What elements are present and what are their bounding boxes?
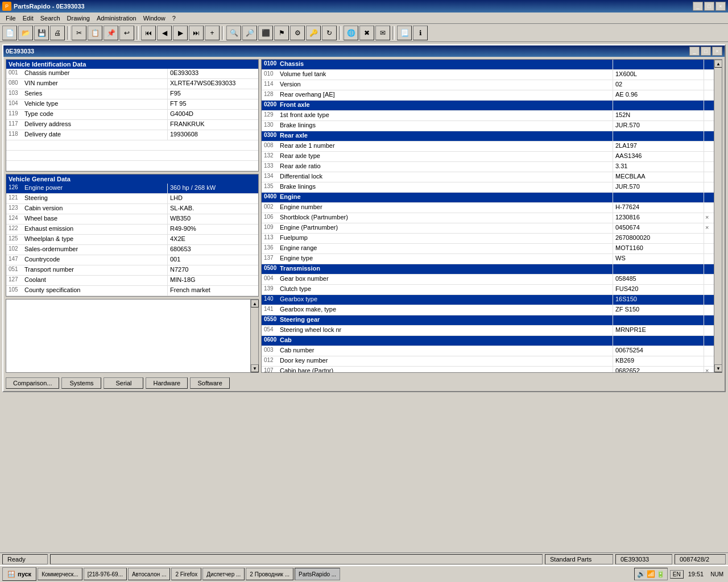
table-row[interactable]: 132 Rear axle type AAS1346 — [262, 152, 714, 162]
table-row[interactable]: 123 Cabin version SL-KAB. — [6, 204, 258, 214]
menu-edit[interactable]: Edit — [19, 14, 37, 23]
table-row[interactable]: 125 Wheelplan & type 4X2E — [6, 235, 258, 245]
table-row[interactable]: 080 VIN number XLRTE47WS0E393033 — [6, 79, 258, 89]
taskbar-item-4[interactable]: Диспетчер ... — [202, 568, 245, 580]
menu-drawing[interactable]: Drawing — [64, 14, 93, 23]
table-row[interactable]: 147 Countrycode 001 — [6, 255, 258, 265]
tb-config[interactable]: ⚙ — [290, 26, 305, 40]
taskbar-item-0[interactable]: Коммерческ... — [38, 568, 82, 580]
tb-paste[interactable]: 📌 — [104, 26, 118, 40]
tb-print[interactable]: 🖨 — [50, 26, 65, 40]
table-row[interactable]: 134 Differential lock MECBLAA — [262, 172, 714, 182]
maximize-button[interactable]: □ — [704, 2, 714, 11]
table-row[interactable]: 114 Version 02 — [262, 80, 714, 90]
table-row[interactable]: 127 Coolant MIN-18G — [6, 276, 258, 286]
table-row[interactable]: 003 Cab number 00675254 — [262, 346, 714, 356]
table-row[interactable]: 139 Clutch type FUS420 — [262, 285, 714, 295]
tb-search2[interactable]: 🔎 — [242, 26, 257, 40]
tb-globe[interactable]: 🌐 — [344, 26, 358, 40]
table-row[interactable]: 130 Brake linings JUR.570 — [262, 121, 714, 131]
table-row[interactable]: 126 Engine power 360 hp / 268 kW — [6, 184, 258, 194]
menu-help[interactable]: ? — [169, 14, 179, 23]
menu-file[interactable]: File — [2, 14, 19, 23]
tb-filter[interactable]: ⬛ — [258, 26, 273, 40]
table-row[interactable]: 106 Shortblock (Partnumber) 1230816 × — [262, 213, 714, 223]
table-row[interactable]: 008 Rear axle 1 number 2LA197 — [262, 142, 714, 152]
tb-doc[interactable]: 📃 — [397, 26, 412, 40]
table-row[interactable]: 135 Brake linings JUR.570 — [262, 182, 714, 193]
menu-window[interactable]: Window — [140, 14, 169, 23]
table-row[interactable]: 104 Vehicle type FT 95 — [6, 99, 258, 110]
table-row[interactable]: 129 1st front axle type 152N — [262, 111, 714, 121]
tb-cut[interactable]: ✂ — [72, 26, 86, 40]
taskbar-item-5[interactable]: 2 Проводник ... — [246, 568, 293, 580]
tb-add[interactable]: + — [205, 26, 220, 40]
tb-refresh[interactable]: ↻ — [322, 26, 337, 40]
language-button[interactable]: EN — [670, 570, 684, 579]
inner-minimize[interactable]: _ — [689, 47, 700, 56]
table-row[interactable]: 128 Rear overhang [AE] AE 0.96 — [262, 90, 714, 101]
table-row[interactable]: 054 Steering wheel lock nr MRNPR1E — [262, 326, 714, 336]
scroll-down-btn[interactable]: ▼ — [251, 364, 259, 372]
scroll-up-btn[interactable]: ▲ — [251, 300, 259, 307]
table-row[interactable]: 119 Type code G4004D — [6, 110, 258, 120]
table-row[interactable]: 113 Fuelpump 2670800020 — [262, 234, 714, 244]
table-row[interactable]: 140 Gearbox type 16S150 — [262, 295, 714, 305]
inner-close[interactable]: × — [712, 47, 722, 56]
table-row[interactable]: 141 Gearbox make, type ZF S150 — [262, 305, 714, 315]
left-scrollbar[interactable]: ▲ ▼ — [250, 300, 258, 372]
tb-next[interactable]: ▶ — [173, 26, 188, 40]
table-row[interactable]: 137 Engine type WS — [262, 254, 714, 264]
tb-prev[interactable]: ◀ — [157, 26, 172, 40]
right-scrollbar[interactable]: ▲ ▼ — [714, 60, 722, 372]
table-row[interactable]: 121 Steering LHD — [6, 194, 258, 204]
taskbar-item-1[interactable]: [218-976-69... — [84, 568, 127, 580]
table-row[interactable]: 118 Delivery date 19930608 — [6, 130, 258, 140]
right-scroll-down[interactable]: ▼ — [714, 364, 722, 372]
tb-flag[interactable]: ⚑ — [274, 26, 289, 40]
comparison-button[interactable]: Comparison... — [6, 377, 59, 389]
tb-first[interactable]: ⏮ — [141, 26, 156, 40]
serial-button[interactable]: Serial — [104, 377, 143, 389]
tb-mail[interactable]: ✉ — [375, 26, 390, 40]
tb-open[interactable]: 📂 — [18, 26, 33, 40]
table-row[interactable] — [6, 151, 258, 161]
taskbar-item-2[interactable]: Автосалон ... — [128, 568, 171, 580]
close-button[interactable]: × — [715, 2, 726, 11]
table-row[interactable]: 102 Sales-ordernumber 680653 — [6, 245, 258, 255]
tb-save[interactable]: 💾 — [34, 26, 49, 40]
table-row[interactable]: 051 Transport number N7270 — [6, 265, 258, 276]
hardware-button[interactable]: Hardware — [146, 377, 188, 389]
systems-button[interactable]: Systems — [61, 377, 101, 389]
menu-search[interactable]: Search — [37, 14, 64, 23]
table-row[interactable]: 107 Cabin bare (Partnr) 0682652 × — [262, 367, 714, 372]
table-row[interactable]: 109 Engine (Partnumber) 0450674 × — [262, 223, 714, 234]
start-button[interactable]: 🪟 пуск — [2, 567, 36, 581]
tb-search1[interactable]: 🔍 — [226, 26, 241, 40]
inner-maximize[interactable]: □ — [701, 47, 711, 56]
table-row[interactable]: 012 Door key number KB269 — [262, 356, 714, 367]
right-scroll-up[interactable]: ▲ — [714, 60, 722, 68]
table-row[interactable]: 004 Gear box number 058485 — [262, 275, 714, 285]
minimize-button[interactable]: _ — [693, 2, 703, 11]
tb-last[interactable]: ⏭ — [189, 26, 204, 40]
table-row[interactable] — [6, 161, 258, 171]
table-row[interactable]: 122 Exhaust emission R49-90% — [6, 225, 258, 235]
taskbar-item-6[interactable]: PartsRapido ... — [295, 568, 340, 580]
menu-administration[interactable]: Administration — [93, 14, 140, 23]
table-row[interactable]: 136 Engine range MOT1160 — [262, 244, 714, 254]
table-row[interactable]: 103 Series F95 — [6, 89, 258, 99]
table-row[interactable]: 133 Rear axle ratio 3.31 — [262, 162, 714, 172]
tb-new[interactable]: 📄 — [2, 26, 17, 40]
taskbar-item-3[interactable]: 2 Firefox — [171, 568, 201, 580]
software-button[interactable]: Software — [190, 377, 230, 389]
tb-undo[interactable]: ↩ — [119, 26, 134, 40]
table-row[interactable]: 002 Engine number H-77624 — [262, 203, 714, 213]
tb-copy[interactable]: 📋 — [88, 26, 102, 40]
table-row[interactable]: 124 Wheel base WB350 — [6, 214, 258, 225]
tb-key[interactable]: 🔑 — [306, 26, 321, 40]
table-row[interactable]: 001 Chassis number 0E393033 — [6, 69, 258, 79]
table-row[interactable]: 105 County specification French market — [6, 286, 258, 296]
table-row[interactable]: 010 Volume fuel tank 1X600L — [262, 70, 714, 80]
table-row[interactable]: 117 Delivery address FRANKRUK — [6, 120, 258, 130]
